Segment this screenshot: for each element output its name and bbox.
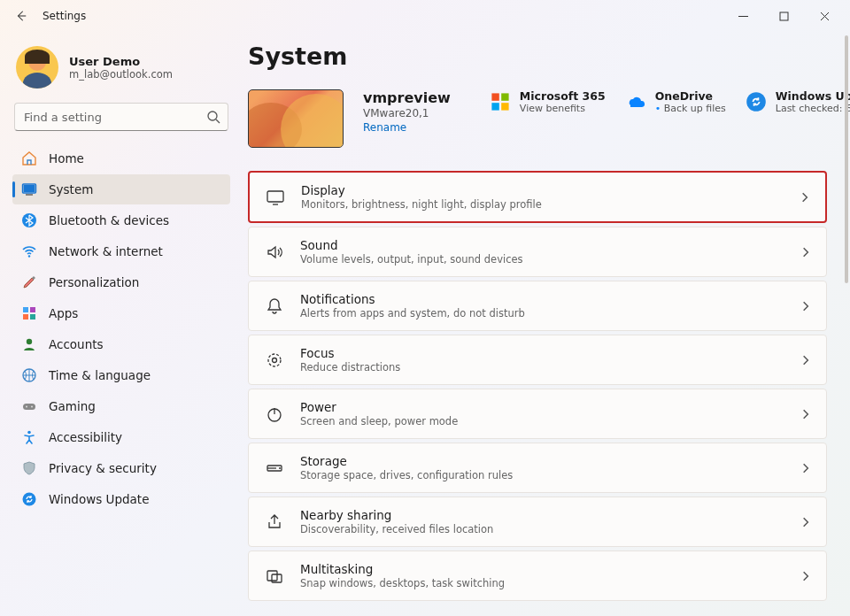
card-nearby[interactable]: Nearby sharing Discoverability, received… <box>248 497 827 547</box>
maximize-button[interactable] <box>763 3 804 29</box>
card-power[interactable]: Power Screen and sleep, power mode <box>248 389 827 439</box>
nav-item-apps[interactable]: Apps <box>12 298 230 328</box>
back-button[interactable] <box>12 7 30 25</box>
svg-point-1 <box>208 112 217 120</box>
nav-label: Accessibility <box>49 430 122 444</box>
minimize-icon <box>738 12 748 21</box>
clock-globe-icon <box>21 367 37 383</box>
nav-item-system[interactable]: System <box>12 174 230 204</box>
svg-point-21 <box>746 92 766 112</box>
nav-item-gaming[interactable]: Gaming <box>12 391 230 421</box>
profile-block[interactable]: User Demo m_lab@outlook.com <box>12 42 230 101</box>
update-icon <box>21 491 37 507</box>
chevron-right-icon <box>800 570 812 582</box>
nav-list: Home System Bluetooth & devices Network … <box>12 143 230 514</box>
main-content: System vmpreview VMware20,1 Rename Micro… <box>237 32 850 616</box>
nav-label: Time & language <box>49 368 151 382</box>
page-title: System <box>248 42 827 70</box>
display-icon <box>266 188 285 207</box>
system-icon <box>21 181 37 197</box>
nav-label: Personalization <box>49 275 139 289</box>
service-update[interactable]: Windows Update Last checked: 6 hours ago <box>746 89 850 114</box>
nav-item-accounts[interactable]: Accounts <box>12 329 230 359</box>
nav-item-bluetooth[interactable]: Bluetooth & devices <box>12 205 230 235</box>
settings-cards: Display Monitors, brightness, night ligh… <box>248 171 827 601</box>
scrollbar[interactable] <box>845 35 848 283</box>
card-sub: Alerts from apps and system, do not dist… <box>300 307 784 320</box>
pc-name: vmpreview <box>363 89 451 106</box>
nav-label: Gaming <box>49 399 96 413</box>
gamepad-icon <box>21 398 37 414</box>
svg-rect-3 <box>24 185 35 192</box>
user-email: m_lab@outlook.com <box>69 68 173 81</box>
chevron-right-icon <box>800 408 812 420</box>
card-notifications[interactable]: Notifications Alerts from apps and syste… <box>248 281 827 331</box>
card-sub: Volume levels, output, input, sound devi… <box>300 253 784 266</box>
system-info-row: vmpreview VMware20,1 Rename Microsoft 36… <box>248 89 827 148</box>
person-icon <box>21 336 37 352</box>
wifi-icon <box>21 243 37 259</box>
card-title: Focus <box>300 346 784 360</box>
chevron-right-icon <box>799 191 811 204</box>
svg-rect-22 <box>267 191 283 202</box>
search-input[interactable] <box>24 111 206 124</box>
svg-rect-19 <box>491 103 498 110</box>
close-icon <box>820 12 830 21</box>
svg-point-27 <box>279 467 281 469</box>
nav-label: Bluetooth & devices <box>49 213 169 227</box>
card-display[interactable]: Display Monitors, brightness, night ligh… <box>248 171 827 223</box>
arrow-left-icon <box>15 10 27 22</box>
card-sound[interactable]: Sound Volume levels, output, input, soun… <box>248 227 827 277</box>
svg-rect-7 <box>30 307 35 312</box>
desktop-thumbnail[interactable] <box>248 89 344 148</box>
close-button[interactable] <box>804 3 845 29</box>
card-sub: Monitors, brightness, night light, displ… <box>301 198 783 211</box>
service-sub: Back up files <box>655 103 726 114</box>
share-icon <box>265 512 284 532</box>
card-sub: Reduce distractions <box>300 361 784 373</box>
svg-point-24 <box>273 358 277 362</box>
nav-item-network[interactable]: Network & internet <box>12 236 230 266</box>
windows-update-icon <box>746 91 767 112</box>
card-focus[interactable]: Focus Reduce distractions <box>248 335 827 385</box>
svg-point-23 <box>268 354 281 366</box>
window-title: Settings <box>42 10 86 22</box>
nav-label: Home <box>49 151 84 166</box>
nav-item-time[interactable]: Time & language <box>12 360 230 390</box>
service-title: Windows Update <box>776 89 850 103</box>
card-sub: Storage space, drives, configuration rul… <box>300 469 784 481</box>
focus-icon <box>265 350 284 370</box>
service-onedrive[interactable]: OneDrive Back up files <box>625 89 726 114</box>
nav-item-accessibility[interactable]: Accessibility <box>12 422 230 452</box>
sidebar: User Demo m_lab@outlook.com Home System … <box>0 32 237 616</box>
card-title: Sound <box>300 238 784 252</box>
home-icon <box>21 150 37 166</box>
service-m365[interactable]: Microsoft 365 View benefits <box>490 89 606 114</box>
chevron-right-icon <box>800 246 812 258</box>
service-title: Microsoft 365 <box>520 89 606 103</box>
svg-rect-20 <box>501 103 508 110</box>
nav-label: Privacy & security <box>49 461 157 475</box>
nav-item-home[interactable]: Home <box>12 143 230 173</box>
service-title: OneDrive <box>655 89 726 103</box>
titlebar: Settings <box>0 0 850 32</box>
card-storage[interactable]: Storage Storage space, drives, configura… <box>248 443 827 493</box>
shield-icon <box>21 460 37 476</box>
svg-point-16 <box>23 493 36 506</box>
svg-point-14 <box>31 406 33 408</box>
card-title: Display <box>301 183 783 197</box>
chevron-right-icon <box>800 300 812 312</box>
rename-link[interactable]: Rename <box>363 121 451 134</box>
nav-item-privacy[interactable]: Privacy & security <box>12 453 230 483</box>
card-title: Multitasking <box>300 562 784 576</box>
card-sub: Screen and sleep, power mode <box>300 415 784 427</box>
nav-item-personalization[interactable]: Personalization <box>12 267 230 297</box>
chevron-right-icon <box>800 516 812 528</box>
card-multitasking[interactable]: Multitasking Snap windows, desktops, tas… <box>248 551 827 601</box>
pc-model: VMware20,1 <box>363 107 451 119</box>
accessibility-icon <box>21 429 37 445</box>
minimize-button[interactable] <box>722 3 763 29</box>
search-icon <box>206 110 220 124</box>
search-box[interactable] <box>14 103 228 131</box>
nav-item-update[interactable]: Windows Update <box>12 484 230 514</box>
